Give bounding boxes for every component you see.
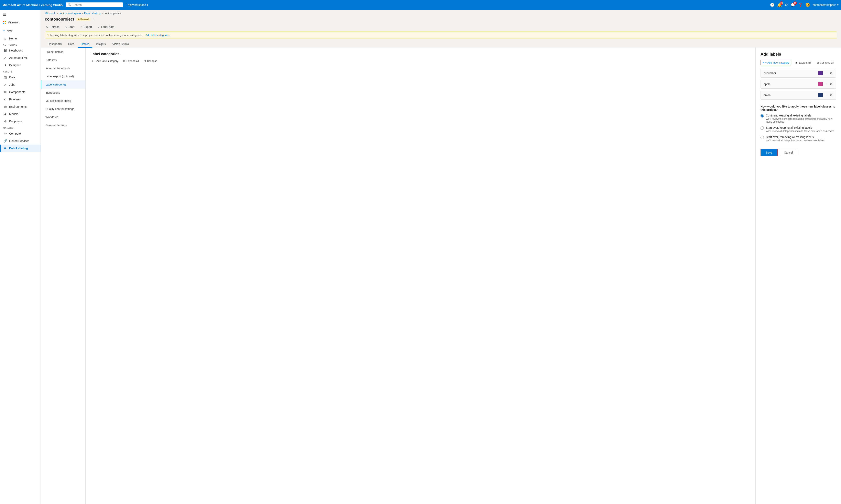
rp-add-label-category-btn[interactable]: + + Add label category <box>760 60 791 65</box>
content-area: Project details Datasets Incremental ref… <box>41 48 841 504</box>
start-button[interactable]: ▷ Start <box>64 24 76 29</box>
rp-expand-all-btn[interactable]: ⊞ Expand all <box>794 60 813 65</box>
label-delete-btn-onion[interactable]: 🗑 <box>829 93 833 97</box>
label-input-cucumber[interactable] <box>764 71 817 75</box>
label-add-child-btn-onion[interactable]: + <box>824 93 827 97</box>
radio-continue-main: Continue, keeping all existing labels <box>766 114 836 117</box>
topbar-brand: Microsoft Azure Machine Learning Studio <box>2 3 63 7</box>
sidebar-item-jobs[interactable]: △ Jobs <box>0 81 40 88</box>
breadcrumb-section[interactable]: Data Labeling <box>84 12 101 15</box>
sidebar-item-environments[interactable]: ◎ Environments <box>0 103 40 110</box>
sidebar-item-endpoints[interactable]: ⊙ Endpoints <box>0 118 40 125</box>
breadcrumb-microsoft[interactable]: Microsoft <box>45 12 56 15</box>
label-input-apple[interactable] <box>764 83 817 86</box>
sidebar-new-button[interactable]: + New <box>0 27 40 35</box>
favorite-icon[interactable]: ☆ <box>92 17 95 21</box>
radio-start-over-remove[interactable] <box>760 136 764 139</box>
tab-dashboard[interactable]: Dashboard <box>45 41 65 48</box>
sidebar-item-data[interactable]: ◫ Data <box>0 74 40 81</box>
notifications-icon[interactable]: 🔔 23 <box>777 3 782 7</box>
detail-nav-workforce[interactable]: Workforce <box>41 113 85 121</box>
detail-nav-quality-control[interactable]: Quality control settings <box>41 105 85 113</box>
tab-vision-studio[interactable]: Vision Studio <box>109 41 132 48</box>
user-icon[interactable]: 😊 <box>805 3 810 7</box>
microsoft-icon <box>3 21 6 24</box>
history-icon[interactable]: 🕐 <box>770 3 774 7</box>
label-input-onion[interactable] <box>764 93 817 97</box>
breadcrumb-sep1: › <box>57 12 58 15</box>
export-button[interactable]: ↗ Export <box>79 24 93 29</box>
label-data-button[interactable]: ✓ Label data <box>97 24 116 29</box>
rp-add-label-label: + Add label category <box>765 61 789 64</box>
sidebar-item-pipelines[interactable]: ⊏ Pipelines <box>0 96 40 103</box>
status-badge: Paused <box>76 18 90 21</box>
workspace-selector[interactable]: This workspace ▾ <box>126 3 148 6</box>
jobs-icon: △ <box>3 83 7 87</box>
sidebar-item-models[interactable]: ◈ Models <box>0 110 40 118</box>
label-add-child-btn-cucumber[interactable]: + <box>824 71 827 75</box>
panel-collapse-all-btn[interactable]: ⊟ Collapse <box>142 59 158 63</box>
detail-nav-general-settings[interactable]: General Settings <box>41 121 85 129</box>
sidebar-item-data-labeling[interactable]: ✏ Data Labeling <box>0 145 40 152</box>
panel-expand-all-btn[interactable]: ⊞ Expand all <box>122 59 140 63</box>
sidebar-item-linked-services[interactable]: 🔗 Linked Services <box>0 137 40 145</box>
tab-data[interactable]: Data <box>65 41 77 48</box>
tab-details[interactable]: Details <box>78 41 92 48</box>
radio-continue[interactable] <box>760 114 764 118</box>
tab-insights[interactable]: Insights <box>93 41 109 48</box>
page-header: contosoproject Paused ☆ <box>41 16 841 23</box>
sidebar-item-label: Data Labeling <box>9 147 28 150</box>
panel-add-label-btn[interactable]: + + Add label category <box>90 59 120 63</box>
hamburger-icon[interactable]: ☰ <box>0 10 40 19</box>
settings-icon[interactable]: ⚙ <box>785 3 788 7</box>
main-panel: Label categories + + Add label category … <box>86 48 755 504</box>
sidebar-item-compute[interactable]: ▭ Compute <box>0 130 40 137</box>
user-menu[interactable]: contosoworkspace ▾ <box>813 3 839 6</box>
detail-nav-ml-assisted-labeling[interactable]: ML assisted labeling <box>41 97 85 105</box>
refresh-button[interactable]: ↻ Refresh <box>45 24 61 29</box>
radio-start-over-keep[interactable] <box>760 126 764 130</box>
color-swatch-onion[interactable] <box>818 93 823 97</box>
search-box[interactable]: 🔍 <box>66 2 123 7</box>
label-delete-btn-cucumber[interactable]: 🗑 <box>829 71 833 75</box>
detail-nav-label-categories[interactable]: Label categories <box>41 80 85 89</box>
rp-collapse-all-btn[interactable]: ⊟ Collapse all <box>815 60 835 65</box>
start-label: Start <box>68 25 74 29</box>
color-swatch-cucumber[interactable] <box>818 71 823 75</box>
sidebar-microsoft-label: Microsoft <box>8 21 19 24</box>
sidebar-item-notebooks[interactable]: 📓 Notebooks <box>0 47 40 54</box>
refresh-label: Refresh <box>50 25 59 29</box>
help-icon[interactable]: ❓ <box>798 3 803 7</box>
alert-link[interactable]: Add label categories. <box>145 34 170 37</box>
sidebar-item-designer[interactable]: ✦ Designer <box>0 61 40 69</box>
sidebar-item-label: Linked Services <box>9 139 29 143</box>
question-text: How would you like to apply these new la… <box>760 105 836 111</box>
detail-nav-incremental-refresh[interactable]: Incremental refresh <box>41 64 85 72</box>
detail-nav-label-export[interactable]: Label export (optional) <box>41 72 85 80</box>
user-name: contosoworkspace <box>813 3 836 6</box>
sidebar-item-home[interactable]: ⌂ Home <box>0 35 40 42</box>
color-swatch-apple[interactable] <box>818 82 823 86</box>
label-delete-btn-apple[interactable]: 🗑 <box>829 82 833 86</box>
cancel-button[interactable]: Cancel <box>780 149 797 156</box>
breadcrumb-workspace[interactable]: contosoworkspace <box>59 12 81 15</box>
notification-badge: 23 <box>780 1 783 5</box>
detail-nav-datasets[interactable]: Datasets <box>41 56 85 64</box>
start-icon: ▷ <box>65 25 67 29</box>
detail-nav-instructions[interactable]: Instructions <box>41 89 85 97</box>
sidebar-item-microsoft[interactable]: Microsoft <box>0 19 40 27</box>
designer-icon: ✦ <box>3 63 7 67</box>
sidebar-item-label: Models <box>9 112 18 116</box>
detail-nav-project-details[interactable]: Project details <box>41 48 85 56</box>
panel-add-label-label: + Add label category <box>94 59 118 62</box>
panel-plus-icon: + <box>92 59 93 62</box>
label-add-child-btn-apple[interactable]: + <box>824 82 827 86</box>
environments-icon: ◎ <box>3 105 7 109</box>
feedback-icon[interactable]: 💬 14 <box>791 3 795 7</box>
feedback-badge: 14 <box>793 1 796 5</box>
save-button[interactable]: Save <box>760 149 778 156</box>
radio-start-over-remove-labels: Start over, removing all existing labels… <box>766 136 824 142</box>
search-input[interactable] <box>72 3 109 6</box>
sidebar-item-automated-ml[interactable]: △ Automated ML <box>0 54 40 61</box>
sidebar-item-components[interactable]: ⊞ Components <box>0 88 40 96</box>
